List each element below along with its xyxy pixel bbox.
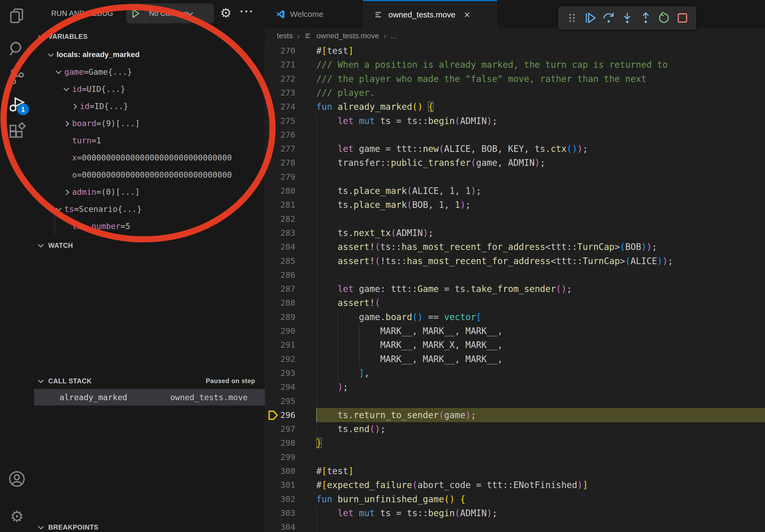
code-line-283[interactable]: 283 ts.next_tx(ADMIN); bbox=[265, 226, 765, 240]
more-actions-icon[interactable]: ··· bbox=[240, 2, 254, 21]
code-line-277[interactable]: 277 let game = ttt::new(ALICE, BOB, KEY,… bbox=[265, 142, 765, 156]
code-line-276[interactable]: 276 bbox=[265, 128, 765, 142]
drag-handle-icon[interactable] bbox=[565, 12, 578, 24]
breadcrumb-item-symbol[interactable]: ... bbox=[390, 32, 397, 40]
code-line-281[interactable]: 281 ts.place_mark(BOB, 1, 1); bbox=[265, 198, 765, 212]
start-debug-icon[interactable] bbox=[127, 3, 145, 23]
code-line-273[interactable]: 273/// player. bbox=[265, 86, 765, 100]
step-over-icon[interactable] bbox=[602, 12, 615, 24]
search-icon[interactable] bbox=[8, 40, 26, 58]
chevron-down-icon[interactable] bbox=[60, 87, 72, 91]
variable-value: 0000000000000000000000000000000000… bbox=[82, 153, 232, 162]
watch-section-header[interactable]: WATCH bbox=[34, 239, 265, 252]
code-area[interactable]: 270#[test]271/// When a position is alre… bbox=[265, 44, 765, 532]
line-number: 292 bbox=[269, 352, 296, 366]
tab-owned-tests-move[interactable]: owned_tests.move × bbox=[363, 0, 497, 28]
code-line-299[interactable]: 299 bbox=[265, 450, 765, 464]
code-text: MARK__, MARK_X, MARK__, bbox=[316, 338, 502, 352]
code-line-304[interactable]: 304 bbox=[265, 520, 765, 532]
accounts-icon[interactable] bbox=[8, 470, 26, 488]
breakpoints-section-header[interactable]: BREAKPOINTS bbox=[34, 521, 265, 532]
code-line-291[interactable]: 291 MARK__, MARK_X, MARK__, bbox=[265, 338, 765, 352]
chevron-right-icon[interactable] bbox=[60, 121, 72, 126]
code-line-285[interactable]: 285 assert!(!ts::has_most_recent_for_add… bbox=[265, 254, 765, 268]
code-line-286[interactable]: 286 bbox=[265, 268, 765, 282]
chevron-down-icon bbox=[38, 33, 44, 39]
variable-row-o[interactable]: o = 0000000000000000000000000000000000… bbox=[34, 166, 265, 183]
close-icon[interactable]: × bbox=[464, 10, 470, 20]
equals-sign: = bbox=[121, 221, 125, 231]
debug-settings-gear-icon[interactable]: ⚙ bbox=[220, 3, 232, 23]
call-stack-section-header[interactable]: CALL STACK Paused on step bbox=[34, 375, 265, 387]
variable-row-id[interactable]: id = ID{...} bbox=[34, 98, 265, 115]
code-line-294[interactable]: 294 ); bbox=[265, 380, 765, 394]
variable-row-id[interactable]: id = UID{...} bbox=[34, 80, 265, 98]
code-line-300[interactable]: 300#[test] bbox=[265, 464, 765, 478]
code-line-274[interactable]: 274fun already_marked() { bbox=[265, 100, 765, 114]
explorer-icon[interactable] bbox=[8, 7, 26, 25]
debug-config-label[interactable]: No Configur bbox=[145, 9, 188, 18]
code-line-289[interactable]: 289 game.board() == vector[ bbox=[265, 310, 765, 324]
step-out-icon[interactable] bbox=[639, 12, 652, 24]
scope-row[interactable]: locals: already_marked bbox=[34, 46, 265, 63]
indent-guide bbox=[316, 128, 317, 142]
code-line-275[interactable]: 275 let mut ts = ts::begin(ADMIN); bbox=[265, 114, 765, 128]
extensions-icon[interactable] bbox=[8, 122, 26, 140]
code-text: /// When a position is already marked, t… bbox=[316, 58, 668, 72]
chevron-right-icon[interactable] bbox=[68, 104, 80, 108]
code-line-292[interactable]: 292 MARK__, MARK__, MARK__, bbox=[265, 352, 765, 366]
line-number: 288 bbox=[269, 296, 296, 310]
variable-row-txn_number[interactable]: txn_number = 5 bbox=[34, 217, 265, 235]
variable-row-ts[interactable]: ts = Scenario{...} bbox=[34, 200, 265, 217]
code-line-290[interactable]: 290 MARK__, MARK__, MARK__, bbox=[265, 324, 765, 338]
code-line-296[interactable]: 296 ts.return_to_sender(game); bbox=[265, 408, 765, 422]
code-line-282[interactable]: 282 bbox=[265, 212, 765, 226]
code-line-284[interactable]: 284 assert!(ts::has_most_recent_for_addr… bbox=[265, 240, 765, 254]
code-line-303[interactable]: 303 let mut ts = ts::begin(ADMIN); bbox=[265, 506, 765, 520]
stop-icon[interactable] bbox=[676, 12, 689, 24]
code-line-279[interactable]: 279 bbox=[265, 170, 765, 184]
code-line-288[interactable]: 288 assert!( bbox=[265, 296, 765, 310]
chevron-down-icon[interactable] bbox=[45, 53, 57, 57]
code-line-271[interactable]: 271/// When a position is already marked… bbox=[265, 58, 765, 72]
variable-row-board[interactable]: board = (9)[...] bbox=[34, 115, 265, 132]
call-stack-frame[interactable]: already_marked owned_tests.move bbox=[34, 389, 265, 405]
run-and-debug-icon[interactable]: 1 bbox=[8, 95, 26, 113]
line-number: 271 bbox=[269, 58, 296, 72]
code-line-293[interactable]: 293 ], bbox=[265, 366, 765, 380]
code-line-295[interactable]: 295 bbox=[265, 394, 765, 408]
code-line-278[interactable]: 278 transfer::public_transfer(game, ADMI… bbox=[265, 155, 765, 170]
breadcrumb-item-tests[interactable]: tests bbox=[277, 32, 293, 40]
line-number: 301 bbox=[269, 478, 296, 492]
code-line-302[interactable]: 302fun burn_unfinished_game() { bbox=[265, 492, 765, 506]
step-into-icon[interactable] bbox=[621, 12, 634, 24]
continue-icon[interactable] bbox=[584, 12, 597, 24]
variable-row-game[interactable]: game = Game{...} bbox=[34, 63, 265, 80]
variable-row-x[interactable]: x = 0000000000000000000000000000000000… bbox=[34, 149, 265, 166]
code-line-298[interactable]: 298} bbox=[265, 436, 765, 450]
indent-guide bbox=[316, 212, 317, 226]
settings-gear-icon[interactable]: ⚙ bbox=[8, 508, 26, 525]
code-line-270[interactable]: 270#[test] bbox=[265, 44, 765, 58]
restart-icon[interactable] bbox=[657, 12, 670, 24]
variables-section-header[interactable]: VARIABLES bbox=[34, 30, 265, 43]
variable-row-turn[interactable]: turn = 1 bbox=[34, 132, 265, 149]
code-line-280[interactable]: 280 ts.place_mark(ALICE, 1, 1); bbox=[265, 184, 765, 198]
equals-sign: = bbox=[77, 153, 82, 162]
code-line-272[interactable]: 272/// the player who made the "false" m… bbox=[265, 72, 765, 86]
chevron-right-icon[interactable] bbox=[60, 190, 72, 194]
chevron-down-icon[interactable] bbox=[53, 70, 64, 74]
variable-name: admin bbox=[72, 187, 96, 197]
breadcrumb-item-file[interactable]: owned_tests.move bbox=[317, 32, 379, 40]
code-line-301[interactable]: 301#[expected_failure(abort_code = ttt::… bbox=[265, 478, 765, 492]
chevron-down-icon[interactable] bbox=[53, 207, 64, 211]
source-control-icon[interactable] bbox=[8, 68, 26, 86]
code-line-287[interactable]: 287 let game: ttt::Game = ts.take_from_s… bbox=[265, 282, 765, 296]
debug-config-control[interactable]: No Configur bbox=[127, 3, 214, 23]
code-line-297[interactable]: 297 ts.end(); bbox=[265, 422, 765, 436]
editor-group: Welcome owned_tests.move × bbox=[265, 0, 765, 532]
code-text: let game = ttt::new(ALICE, BOB, KEY, ts.… bbox=[316, 142, 588, 156]
tab-welcome[interactable]: Welcome bbox=[265, 0, 363, 28]
variable-row-admin[interactable]: admin = (0)[...] bbox=[34, 183, 265, 200]
indent-guide bbox=[316, 170, 317, 184]
